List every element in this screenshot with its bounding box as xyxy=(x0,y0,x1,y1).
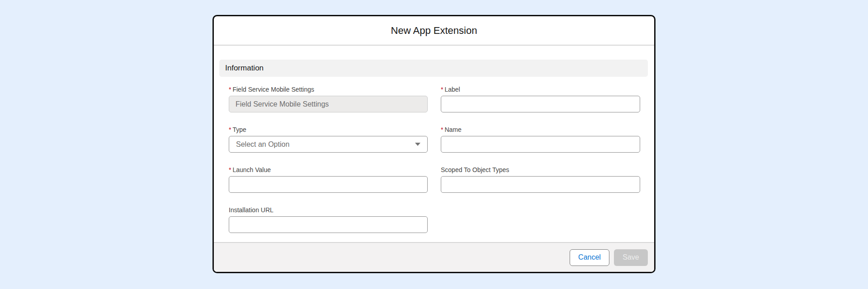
required-asterisk: * xyxy=(229,126,231,133)
launch-value-label: *Launch Value xyxy=(229,165,428,174)
save-button[interactable]: Save xyxy=(614,249,648,266)
required-asterisk: * xyxy=(441,126,443,133)
field-service-mobile-settings-label: *Field Service Mobile Settings xyxy=(229,85,428,94)
label-input[interactable] xyxy=(441,96,640,112)
section-title: Information xyxy=(225,64,264,73)
required-asterisk: * xyxy=(441,86,443,93)
installation-url-label: Installation URL xyxy=(229,205,428,214)
required-asterisk: * xyxy=(229,166,231,173)
field-name: *Name xyxy=(441,125,640,153)
type-select-value: Select an Option xyxy=(236,140,289,149)
cancel-button[interactable]: Cancel xyxy=(570,249,609,266)
page-background: { "window": { "background": "#e4effd" },… xyxy=(0,0,868,289)
scoped-to-object-types-input[interactable] xyxy=(441,176,640,193)
label-label: *Label xyxy=(441,85,640,94)
field-type: *Type Select an Option xyxy=(229,125,428,153)
scoped-to-object-types-label: Scoped To Object Types xyxy=(441,165,640,174)
modal-footer: Cancel Save xyxy=(214,242,654,272)
field-launch-value: *Launch Value xyxy=(229,165,428,193)
required-asterisk: * xyxy=(229,86,231,93)
modal-title: New App Extension xyxy=(391,25,477,37)
section-header-information: Information xyxy=(219,60,648,77)
field-service-mobile-settings-input xyxy=(229,96,428,112)
installation-url-input[interactable] xyxy=(229,216,428,233)
name-input[interactable] xyxy=(441,136,640,153)
field-label: *Label xyxy=(441,85,640,112)
launch-value-input[interactable] xyxy=(229,176,428,193)
field-scoped-to-object-types: Scoped To Object Types xyxy=(441,165,640,193)
chevron-down-icon xyxy=(415,143,420,146)
type-label: *Type xyxy=(229,125,428,134)
modal-header: New App Extension xyxy=(214,16,654,46)
field-field-service-mobile-settings: *Field Service Mobile Settings xyxy=(229,85,428,112)
form-grid: *Field Service Mobile Settings *Label *T… xyxy=(229,85,639,233)
type-select[interactable]: Select an Option xyxy=(229,136,428,153)
modal-body: Information *Field Service Mobile Settin… xyxy=(214,46,654,242)
new-app-extension-modal: New App Extension Information *Field Ser… xyxy=(212,15,656,273)
name-label: *Name xyxy=(441,125,640,134)
field-installation-url: Installation URL xyxy=(229,205,428,233)
